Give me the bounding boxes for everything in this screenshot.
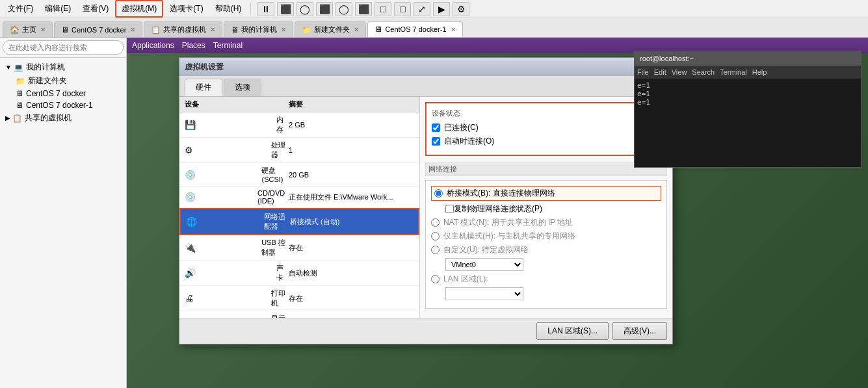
menu-vm[interactable]: 虚拟机(M) [115,0,163,18]
hw-row-sound[interactable]: 🔊声卡 自动检测 [179,261,419,286]
tab-centos-docker-1-close[interactable]: ✕ [451,26,456,33]
tab-my-computer[interactable]: 🖥 我的计算机 ✕ [224,21,293,37]
tree-item-my-computer[interactable]: ▼ 💻 我的计算机 [3,60,124,74]
tree-item-new-folder[interactable]: 📁 新建文件夹 [13,74,124,88]
tab-new-folder-close[interactable]: ✕ [354,26,359,33]
menu-help[interactable]: 帮助(H) [210,1,247,16]
menu-file[interactable]: 文件(F) [3,1,38,16]
tab-my-computer-close[interactable]: ✕ [281,26,286,33]
network-icon: 🌐 [186,216,261,227]
terminal-menu-view[interactable]: View [672,68,687,76]
home-tab-icon: 🏠 [10,25,20,34]
network-options-box: 桥接模式(B): 直接连接物理网络 复制物理网络连接状态(P) NAT 模式(N… [425,180,667,309]
hw-row-usb[interactable]: 🔌USB 控制器 存在 [179,235,419,261]
toolbar-btn-4[interactable]: ◯ [335,2,352,16]
tree-arrow-shared: ▶ [5,114,10,122]
host-only-radio-row: 仅主机模式(H): 与主机共享的专用网络 [431,231,661,242]
usb-icon: 🔌 [185,242,259,253]
new-folder-sidebar-icon: 📁 [16,77,25,86]
toolbar-btn-3[interactable]: ⬛ [316,2,333,16]
tab-centos-docker[interactable]: 🖥 CentOS 7 docker ✕ [54,21,142,37]
gnome-applications[interactable]: Applications [132,41,174,50]
tree-children: 📁 新建文件夹 🖥 CentOS 7 docker 🖥 CentOS 7 doc… [3,74,124,111]
toolbar-btn-2[interactable]: ◯ [296,2,313,16]
memory-icon: 💾 [185,120,274,130]
sidebar-tree: ▼ 💻 我的计算机 📁 新建文件夹 🖥 CentOS 7 docker 🖥 Ce… [0,58,126,388]
menu-tabs[interactable]: 选项卡(T) [164,1,208,16]
menu-edit[interactable]: 编辑(E) [40,1,76,16]
dialog-footer: LAN 区域(S)... 高级(V)... [179,318,672,344]
my-computer-icon: 💻 [14,63,23,72]
gnome-places[interactable]: Places [182,41,205,50]
hw-row-hdd[interactable]: 💿硬盘 (SCSI) 20 GB [179,163,419,187]
centos-docker-tab-icon: 🖥 [61,25,69,34]
custom-radio[interactable] [431,246,440,254]
copy-physical-checkbox[interactable] [445,205,454,213]
dialog-tab-options[interactable]: 选项 [224,79,261,96]
terminal-menu-search[interactable]: Search [692,68,715,76]
dialog-titlebar: 虚拟机设置 ✕ [179,58,672,76]
network-section-title: 网络连接 [425,162,667,176]
bridge-radio[interactable] [434,189,443,198]
vmnet-select[interactable]: VMnet0 [445,258,523,271]
terminal-menu-terminal[interactable]: Terminal [720,68,747,76]
hw-row-cdrom[interactable]: 💿CD/DVD (IDE) 正在使用文件 E:\VMware Work... [179,187,419,208]
tab-bar: 🏠 主页 ✕ 🖥 CentOS 7 docker ✕ 📋 共享的虚拟机 ✕ 🖥 … [0,18,868,38]
terminal-menu-edit[interactable]: Edit [654,68,666,76]
centos-docker-1-sidebar-icon: 🖥 [16,101,23,110]
tree-item-centos-docker-1-sidebar[interactable]: 🖥 CentOS 7 docker-1 [13,99,124,111]
gnome-terminal[interactable]: Terminal [213,41,243,50]
custom-radio-row: 自定义(U): 特定虚拟网络 [431,244,661,255]
hw-row-display[interactable]: 🖥显示器 自动检测 [179,311,419,318]
network-connection-section: 网络连接 桥接模式(B): 直接连接物理网络 复制物理网络连接状态(P) [425,162,667,309]
toolbar-btn-6[interactable]: □ [375,2,391,16]
tab-shared-vm[interactable]: 📋 共享的虚拟机 ✕ [144,21,222,37]
hw-row-memory[interactable]: 💾内存 2 GB [179,112,419,138]
lan-segment-button[interactable]: LAN 区域(S)... [536,322,609,340]
nat-radio-row: NAT 模式(N): 用于共享主机的 IP 地址 [431,217,661,228]
terminal-menu-help[interactable]: Help [752,68,767,76]
dialog-content: 设备 摘要 💾内存 2 GB ⚙处理器 1 💿硬盘 (SCSI) 20 GB [179,97,672,318]
tab-home-close[interactable]: ✕ [40,26,46,33]
shared-vm-sidebar-icon: 📋 [12,114,22,123]
dialog-tabs: 硬件 选项 [179,76,672,97]
centos-docker-sidebar-icon: 🖥 [16,89,23,98]
tree-item-shared-vm-sidebar[interactable]: ▶ 📋 共享的虚拟机 [3,111,124,125]
terminal-menu-file[interactable]: File [637,68,649,76]
tab-new-folder[interactable]: 📁 新建文件夹 ✕ [295,21,366,37]
toolbar-btn-7[interactable]: □ [394,2,411,16]
toolbar-btn-5[interactable]: ⬛ [355,2,372,16]
sidebar-search-input[interactable] [3,40,124,55]
dialog-tab-hardware[interactable]: 硬件 [185,79,222,96]
menu-view[interactable]: 查看(V) [77,1,114,16]
hw-row-network[interactable]: 🌐网络适配器 桥接模式 (自动) [179,208,419,235]
menu-bar: 文件(F) 编辑(E) 查看(V) 虚拟机(M) 选项卡(T) 帮助(H) ⏸ … [0,0,868,18]
cpu-icon: ⚙ [185,145,269,155]
terminal-window[interactable]: root@localhost:~ File Edit View Search T… [634,51,861,168]
nat-radio[interactable] [431,218,440,227]
connect-on-start-checkbox[interactable] [432,137,440,146]
tree-item-centos-docker-sidebar[interactable]: 🖥 CentOS 7 docker [13,88,124,99]
tab-shared-vm-close[interactable]: ✕ [210,26,215,33]
lan-segment-radio[interactable] [431,275,440,283]
hw-row-printer[interactable]: 🖨打印机 存在 [179,286,419,311]
advanced-button[interactable]: 高级(V)... [612,322,667,340]
hw-row-cpu[interactable]: ⚙处理器 1 [179,138,419,163]
my-computer-tab-icon: 🖥 [231,25,239,34]
device-status-section: 设备状态 已连接(C) 启动时连接(O) [425,102,667,156]
tab-centos-close[interactable]: ✕ [130,26,135,33]
tab-centos-docker-1[interactable]: 🖥 CentOS 7 docker-1 ✕ [367,21,462,37]
bridge-radio-row: 桥接模式(B): 直接连接物理网络 [431,186,661,201]
sidebar-search-area [0,38,126,58]
toolbar-terminal-btn[interactable]: ▶ [433,2,450,16]
toolbar-fullscreen-btn[interactable]: ⤢ [414,2,430,16]
toolbar-pause-btn[interactable]: ⏸ [257,2,274,16]
hw-header: 设备 摘要 [179,97,419,112]
toolbar-btn-1[interactable]: ⬛ [277,2,294,16]
new-folder-tab-icon: 📁 [302,25,311,34]
lan-segment-select[interactable] [445,287,523,300]
connected-checkbox[interactable] [432,123,440,132]
tab-home[interactable]: 🏠 主页 ✕ [3,21,53,37]
host-only-radio[interactable] [431,232,440,240]
toolbar-settings-btn[interactable]: ⚙ [453,2,469,16]
